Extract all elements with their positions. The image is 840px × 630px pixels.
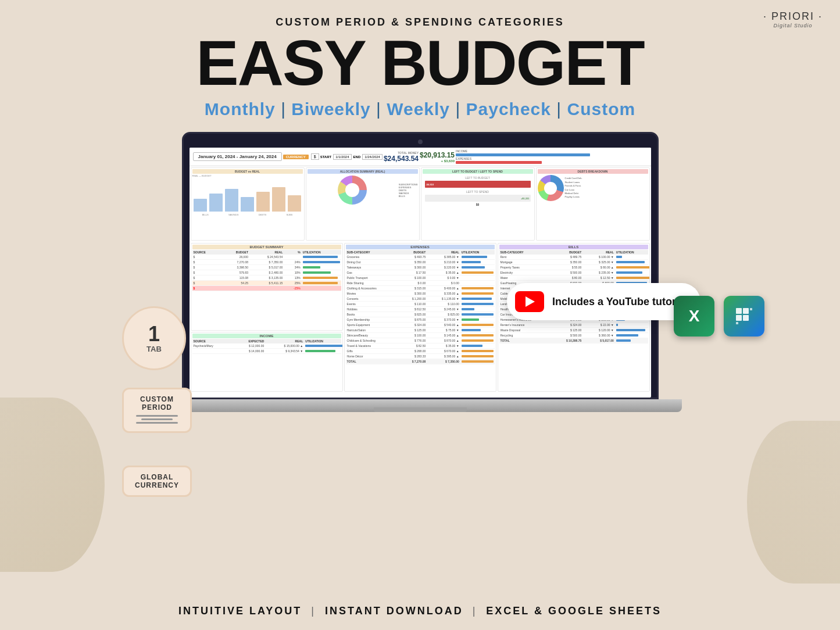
youtube-text: Includes a YouTube tutorial	[552, 296, 688, 308]
tab-badge: 1 TAB	[122, 306, 186, 370]
youtube-badge: Includes a YouTube tutorial	[507, 283, 700, 320]
period-biweekly: Biweekly	[291, 99, 370, 119]
periods-line: Monthly | Biweekly | Weekly | Paycheck |…	[0, 99, 840, 119]
period-monthly: Monthly	[205, 99, 276, 119]
main-title: EASY BUDGET	[0, 31, 840, 95]
badge-line-2	[141, 418, 173, 420]
laptop-base	[159, 399, 682, 412]
badge-line-3	[136, 422, 178, 424]
custom-period-badge: CUSTOMPERIOD	[122, 388, 192, 433]
ss-end-label: END	[353, 155, 361, 159]
excel-icon: X	[674, 296, 714, 337]
ss-allocation-title: ALLOCATION SUMMARY (REAL)	[308, 169, 418, 174]
ss-budget-vs-real-title: BUDGET vs REAL	[192, 169, 303, 174]
youtube-icon	[515, 291, 544, 312]
ss-income-value: $20,913.15	[420, 151, 455, 159]
ss-expenses-label: EXPENSES	[456, 157, 647, 160]
footer-item-3: EXCEL & GOOGLE SHEETS	[486, 605, 662, 617]
period-weekly: Weekly	[387, 99, 450, 119]
ss-currency-symbol: $	[311, 153, 319, 160]
ss-start-label: START	[320, 155, 332, 159]
ss-income-label: INCOME	[456, 149, 647, 153]
sheets-grid-icon	[734, 306, 755, 327]
footer-item-2: INSTANT DOWNLOAD	[325, 605, 463, 617]
footer-item-1: INTUITIVE LAYOUT	[178, 605, 302, 617]
ss-debts-breakdown-title: DEBTS BREAKDOWN	[538, 169, 648, 174]
laptop-camera	[418, 139, 423, 144]
svg-rect-3	[743, 315, 749, 321]
ss-income-title: INCOME	[192, 334, 341, 338]
sheets-icon	[724, 296, 764, 337]
ss-budget-summary-title: BUDGET SUMMARY	[192, 245, 341, 249]
tab-label: TAB	[146, 345, 162, 353]
ss-end-date: 1/24/2024	[362, 154, 383, 160]
ss-left-to-budget-title: LEFT TO BUDGET / LEFT TO SPEND	[423, 169, 533, 174]
app-icons: X	[674, 296, 764, 337]
ss-expenses-title: EXPENSES	[346, 245, 495, 249]
custom-period-title: CUSTOMPERIOD	[131, 395, 183, 411]
tab-number: 1	[148, 324, 160, 345]
svg-rect-0	[736, 308, 742, 314]
ss-total-value: $24,543.54	[384, 155, 419, 163]
sep-3: |	[455, 99, 466, 119]
ss-start-date: 1/1/2024	[333, 154, 351, 160]
ss-bills-title: BILLS	[499, 245, 648, 249]
badge-line-1	[136, 415, 178, 417]
footer-sep-1: |	[311, 605, 320, 617]
laptop-screen: January 01, 2024 - January 24, 2024 CURR…	[182, 132, 659, 399]
footer-text: INTUITIVE LAYOUT | INSTANT DOWNLOAD | EX…	[0, 605, 840, 617]
svg-rect-4	[750, 308, 752, 310]
global-currency-badge: GLOBALCURRENCY	[122, 466, 192, 497]
svg-rect-2	[736, 315, 742, 321]
period-paycheck: Paycheck	[466, 99, 551, 119]
header: CUSTOM PERIOD & SPENDING CATEGORIES EASY…	[0, 0, 840, 119]
sep-4: |	[556, 99, 567, 119]
footer: INTUITIVE LAYOUT | INSTANT DOWNLOAD | EX…	[0, 605, 840, 617]
footer-sep-2: |	[473, 605, 482, 617]
ss-currency-label: CURRENCY	[283, 155, 309, 159]
laptop-container: January 01, 2024 - January 24, 2024 CURR…	[167, 132, 673, 412]
svg-rect-1	[743, 308, 749, 314]
ss-delta: + $3,630	[420, 159, 455, 163]
global-currency-title: GLOBALCURRENCY	[131, 473, 183, 489]
spreadsheet-area: January 01, 2024 - January 24, 2024 CURR…	[190, 148, 651, 398]
left-badges: 1 TAB CUSTOMPERIOD GLOBALCURRENCY	[122, 306, 192, 497]
sep-1: |	[281, 99, 291, 119]
excel-letter: X	[689, 307, 700, 325]
sep-2: |	[376, 99, 387, 119]
ss-date-range: January 01, 2024 - January 24, 2024	[193, 152, 282, 161]
svg-rect-5	[736, 322, 738, 324]
period-custom: Custom	[567, 99, 635, 119]
